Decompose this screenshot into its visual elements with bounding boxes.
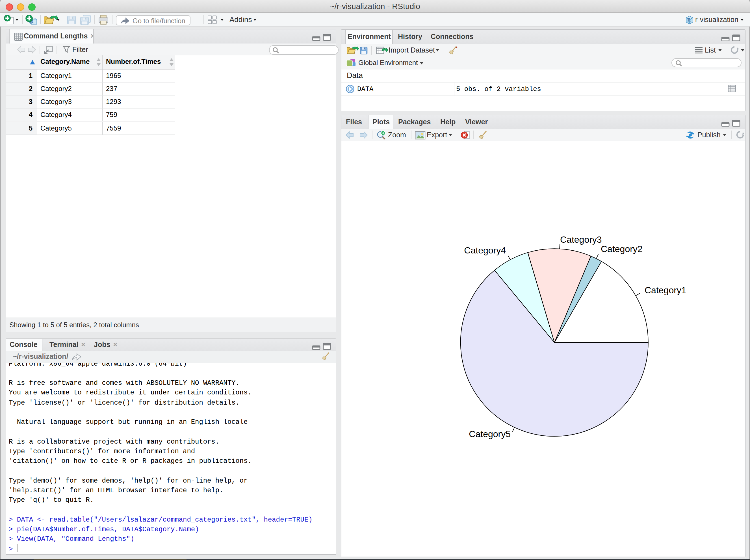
svg-text:Category2: Category2 <box>600 243 642 254</box>
svg-text:Category4: Category4 <box>464 245 506 255</box>
svg-text:Category3: Category3 <box>560 234 601 244</box>
svg-text:Category5: Category5 <box>469 428 510 439</box>
svg-text:R: R <box>688 17 691 22</box>
svg-text:Category1: Category1 <box>644 285 686 295</box>
